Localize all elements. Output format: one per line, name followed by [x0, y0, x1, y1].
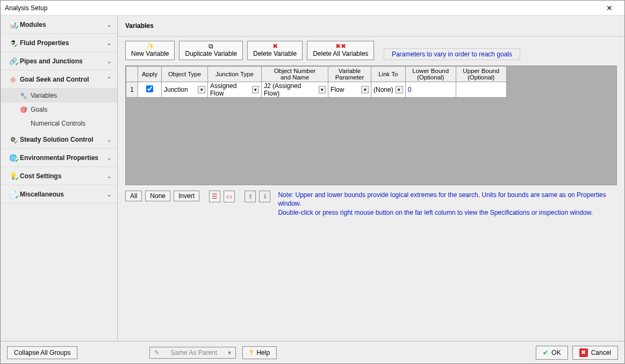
dropdown-label: Same As Parent: [170, 349, 217, 356]
lower-bound-cell[interactable]: [405, 82, 456, 98]
dropdown-icon[interactable]: ▾: [252, 86, 259, 93]
sidebar-item-label: Fluid Properties: [20, 39, 106, 47]
new-variable-button[interactable]: ✨ New Variable: [125, 41, 175, 60]
pipes-icon: 🔗✔: [6, 57, 20, 65]
variable-parameter-cell[interactable]: Flow▾: [328, 82, 371, 98]
sidebar-item-modules[interactable]: 📊✔ Modules ⌄: [1, 16, 117, 34]
collapse-rows-icon[interactable]: ▭: [224, 191, 235, 202]
cell-value: Assigned Flow: [210, 82, 250, 97]
sidebar-item-pipes-junctions[interactable]: 🔗✔ Pipes and Junctions ⌄: [1, 52, 117, 70]
table-row[interactable]: 1 Junction▾ Assigned Flow▾ J2: [126, 82, 507, 98]
lower-bound-input[interactable]: [408, 86, 454, 93]
upper-bound-cell[interactable]: [456, 82, 506, 98]
cancel-button[interactable]: ✖ Cancel: [572, 346, 618, 360]
sidebar-sub-label: Variables: [31, 92, 57, 99]
row-number[interactable]: 1: [126, 82, 138, 98]
sidebar-sub-variables[interactable]: 🔧 Variables: [1, 89, 117, 103]
move-up-icon[interactable]: ⬆: [245, 191, 256, 202]
dropdown-icon[interactable]: ▾: [396, 86, 403, 93]
invert-selection-button[interactable]: Invert: [174, 191, 199, 201]
sidebar-item-fluid-properties[interactable]: ⚗✔ Fluid Properties ⌄: [1, 34, 117, 52]
sidebar-sub-label: Numerical Controls: [31, 120, 85, 127]
sidebar-item-goal-seek[interactable]: ◎ Goal Seek and Control ⌃: [1, 70, 117, 89]
button-label: Help: [256, 349, 270, 356]
object-number-cell[interactable]: J2 (Assigned Flow)▾: [262, 82, 328, 98]
col-apply: Apply: [138, 67, 162, 82]
check-icon: ✔: [543, 349, 548, 356]
duplicate-variable-button[interactable]: ⧉ Duplicate Variable: [179, 41, 243, 60]
sidebar-sub-goals[interactable]: 🎯 Goals: [1, 103, 117, 117]
dropdown-icon[interactable]: ▾: [319, 86, 326, 93]
upper-bound-input[interactable]: [458, 86, 504, 93]
select-none-button[interactable]: None: [145, 191, 170, 201]
footer-right: ✔ OK ✖ Cancel: [536, 346, 618, 360]
chevron-down-icon: ⌄: [106, 21, 112, 28]
move-down-icon[interactable]: ⬇: [259, 191, 270, 202]
cell-value: J2 (Assigned Flow): [264, 82, 317, 97]
chevron-up-icon: ⌃: [106, 76, 112, 83]
environment-icon: 🌐✔: [6, 154, 20, 162]
chevron-down-icon: ⌄: [106, 154, 112, 162]
collapse-all-groups-button[interactable]: Collapse All Groups: [7, 346, 77, 359]
chevron-down-icon: ⌄: [106, 136, 112, 143]
variables-grid: Apply Object Type Junction Type Object N…: [125, 65, 617, 185]
object-type-cell[interactable]: Junction▾: [162, 82, 208, 98]
link-to-cell[interactable]: (None)▾: [371, 82, 406, 98]
sidebar: 📊✔ Modules ⌄ ⚗✔ Fluid Properties ⌄ 🔗✔ Pi…: [1, 16, 118, 341]
note-text: Note: Upper and lower bounds provide log…: [278, 191, 617, 217]
dropdown-icon[interactable]: ▾: [198, 86, 205, 93]
footer: Collapse All Groups ✎ Same As Parent ▾ ?…: [1, 341, 624, 363]
help-button[interactable]: ? Help: [242, 346, 277, 359]
col-lbound: Lower Bound (Optional): [405, 67, 456, 82]
button-label: Duplicate Variable: [185, 50, 237, 57]
button-label: Delete Variable: [253, 50, 297, 57]
apply-cell[interactable]: [138, 82, 162, 98]
sidebar-item-steady-solution[interactable]: ⚙✔ Steady Solution Control ⌄: [1, 130, 117, 149]
expand-rows-icon[interactable]: ☰: [209, 191, 220, 202]
cell-value: Junction: [164, 86, 188, 93]
sidebar-sub-numerical-controls[interactable]: Numerical Controls: [1, 117, 117, 130]
sidebar-item-label: Steady Solution Control: [20, 136, 106, 143]
junction-type-cell[interactable]: Assigned Flow▾: [208, 82, 262, 98]
delete-variable-button[interactable]: ✖ Delete Variable: [247, 41, 303, 60]
duplicate-icon: ⧉: [209, 42, 213, 50]
ok-button[interactable]: ✔ OK: [536, 346, 567, 360]
note-line: Note: Upper and lower bounds provide log…: [278, 191, 617, 208]
target-icon: ◎: [6, 76, 20, 83]
apply-checkbox[interactable]: [146, 85, 153, 92]
help-icon: ?: [249, 349, 253, 356]
parameters-label: Parameters to vary in order to reach goa…: [384, 48, 520, 60]
col-objtype: Object Type: [162, 67, 208, 82]
sidebar-item-miscellaneous[interactable]: 📄✔ Miscellaneous ⌄: [1, 185, 117, 203]
delete-all-icon: ✖✖: [335, 42, 346, 50]
window-title: Analysis Setup: [5, 4, 47, 12]
button-label: New Variable: [131, 50, 169, 57]
select-all-button[interactable]: All: [125, 191, 142, 201]
modules-icon: 📊✔: [6, 21, 20, 28]
chevron-down-icon: ⌄: [106, 172, 112, 180]
variables-table: Apply Object Type Junction Type Object N…: [126, 66, 507, 98]
button-label: Delete All Variables: [313, 50, 368, 57]
col-jtype: Junction Type: [208, 67, 262, 82]
sidebar-item-cost-settings[interactable]: 💡✔ Cost Settings ⌄: [1, 167, 117, 185]
note-line: Double-click or press right mouse button…: [278, 208, 617, 217]
col-objnum: Object Number and Name: [262, 67, 328, 82]
button-label: OK: [551, 349, 561, 356]
cancel-icon: ✖: [579, 348, 588, 357]
chevron-down-icon: ⌄: [106, 39, 112, 47]
goals-icon: 🎯: [20, 106, 31, 113]
window-body: 📊✔ Modules ⌄ ⚗✔ Fluid Properties ⌄ 🔗✔ Pi…: [1, 16, 624, 341]
col-rownum: [126, 67, 138, 82]
sidebar-item-label: Goal Seek and Control: [20, 76, 106, 83]
main-panel: Variables ✨ New Variable ⧉ Duplicate Var…: [118, 16, 624, 341]
close-icon[interactable]: ✕: [599, 4, 620, 12]
sidebar-item-environmental[interactable]: 🌐✔ Environmental Properties ⌄: [1, 149, 117, 167]
edit-icon: ✎: [154, 349, 160, 356]
delete-all-variables-button[interactable]: ✖✖ Delete All Variables: [307, 41, 374, 60]
below-grid-controls: All None Invert ☰ ▭ ⬆ ⬇ Note: Upper and …: [118, 187, 624, 222]
footer-left: Collapse All Groups ✎ Same As Parent ▾ ?…: [7, 346, 277, 359]
same-as-parent-dropdown[interactable]: ✎ Same As Parent ▾: [149, 347, 236, 359]
cell-value: Flow: [331, 86, 344, 93]
dropdown-icon[interactable]: ▾: [361, 86, 369, 93]
cost-icon: 💡✔: [6, 172, 20, 180]
